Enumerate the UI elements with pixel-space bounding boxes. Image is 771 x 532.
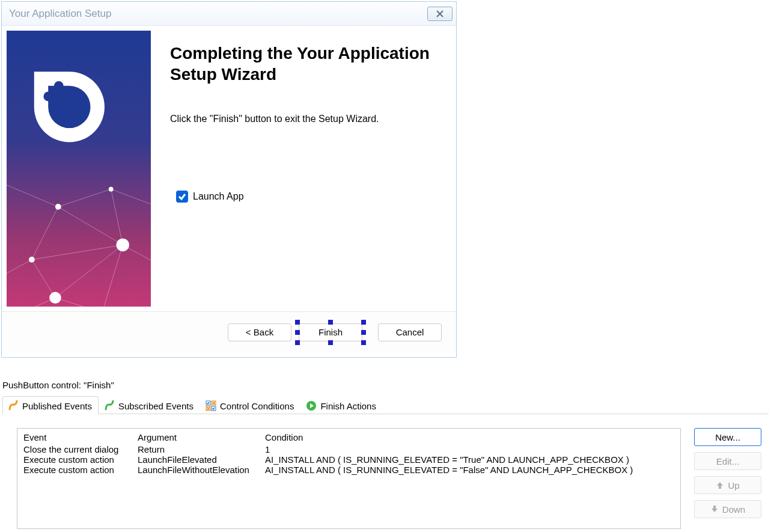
col-event-header: Event [23,432,138,442]
setup-wizard-dialog: Your Application Setup [1,1,457,358]
svg-line-5 [111,189,123,245]
tab-finish-actions[interactable]: Finish Actions [300,396,383,414]
cell-condition: AI_INSTALL AND ( IS_RUNNING_ELEVATED = "… [265,454,674,465]
svg-line-3 [32,207,58,260]
tab-label: Finish Actions [320,401,376,411]
svg-point-15 [109,187,114,192]
cell-condition: 1 [265,444,674,454]
launch-app-row: Launch App [176,191,442,203]
col-condition-header: Condition [265,432,674,442]
svg-line-9 [32,260,55,298]
banner-graphic-icon [7,31,151,307]
cell-condition: AI_INSTALL AND ( IS_RUNNING_ELEVATED = "… [265,465,674,475]
dialog-content: Completing the Your Application Setup Wi… [2,26,456,311]
svg-point-19 [43,92,53,102]
launch-app-checkbox[interactable] [176,191,188,203]
tab-label: Control Conditions [220,401,294,411]
svg-point-17 [117,239,129,251]
button-label: Up [728,480,739,491]
table-row[interactable]: Execute custom action LaunchFileElevated… [23,454,674,465]
tab-published-events[interactable]: Published Events [2,396,99,414]
cell-argument: LaunchFileElevated [138,454,265,465]
selection-handle-icon[interactable] [328,340,333,345]
svg-line-2 [111,189,151,207]
arrow-down-icon [710,505,719,513]
selection-handızı-icon[interactable] [361,320,366,325]
svg-line-11 [102,245,123,307]
back-button[interactable]: < Back [228,323,291,341]
selection-handle-icon[interactable] [295,320,300,325]
wizard-instruction: Click the "Finish" button to exit the Se… [170,114,442,124]
col-argument-header: Argument [138,432,265,442]
subscribed-events-icon [104,400,115,411]
cell-argument: LaunchFileWithoutElevation [138,465,265,475]
properties-tabs: Published Events Subscribed Events Contr… [2,396,769,414]
close-button[interactable] [427,7,453,21]
selection-handle-icon[interactable] [361,330,366,335]
published-events-panel: Event Argument Condition Close the curre… [0,417,771,531]
dialog-title: Your Application Setup [5,8,111,20]
svg-line-1 [58,189,111,207]
wizard-banner [7,31,151,307]
table-header: Event Argument Condition [23,432,674,444]
dialog-footer: < Back Finish Cancel [2,311,456,352]
events-side-buttons: New... Edit... Up Down [694,428,761,529]
arrow-up-icon [716,481,724,489]
selection-handle-icon[interactable] [295,330,300,335]
checkmark-icon [178,192,186,201]
wizard-main-area: Completing the Your Application Setup Wi… [156,26,456,311]
cell-event: Execute custom action [23,454,138,465]
events-table[interactable]: Event Argument Condition Close the curre… [17,428,681,529]
published-events-icon [8,400,19,411]
finish-button[interactable]: Finish [299,323,362,341]
svg-point-14 [55,204,61,210]
button-label: Down [722,504,745,515]
finish-button-selected[interactable]: Finish [296,321,365,344]
cancel-button[interactable]: Cancel [378,323,442,341]
svg-line-0 [7,183,58,207]
svg-line-8 [7,260,32,277]
tab-subscribed-events[interactable]: Subscribed Events [99,396,200,414]
svg-line-4 [58,207,123,245]
selection-handle-icon[interactable] [295,340,300,345]
svg-line-12 [55,298,102,307]
svg-line-13 [7,298,55,307]
selection-handle-icon[interactable] [328,320,333,325]
cell-event: Execute custom action [23,465,138,475]
dialog-titlebar: Your Application Setup [2,2,456,26]
wizard-heading: Completing the Your Application Setup Wi… [170,43,442,85]
cell-argument: Return [138,444,265,454]
svg-point-20 [54,81,64,91]
move-down-button[interactable]: Down [694,500,761,518]
tab-label: Subscribed Events [118,401,194,411]
control-properties-title: PushButton control: "Finish" [2,380,114,390]
svg-line-7 [32,245,123,259]
close-icon [436,10,444,18]
launch-app-label: Launch App [193,191,244,202]
svg-point-16 [29,257,35,263]
tab-control-conditions[interactable]: Control Conditions [200,396,300,414]
new-event-button[interactable]: New... [694,428,761,446]
control-conditions-icon [206,400,216,411]
finish-actions-icon [306,400,317,411]
table-row[interactable]: Close the current dialog Return 1 [23,444,674,454]
move-up-button[interactable]: Up [694,476,761,494]
cell-event: Close the current dialog [23,444,138,454]
tab-label: Published Events [22,401,92,411]
selection-handle-icon[interactable] [361,340,366,345]
edit-event-button[interactable]: Edit... [694,452,761,470]
table-row[interactable]: Execute custom action LaunchFileWithoutE… [23,465,674,475]
svg-line-10 [55,245,123,298]
svg-point-18 [49,292,61,304]
